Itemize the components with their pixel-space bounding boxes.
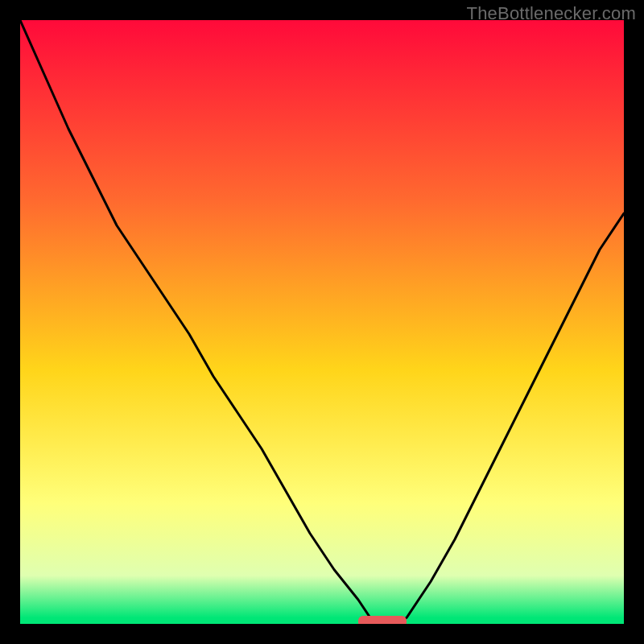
watermark-text: TheBottlenecker.com — [467, 3, 636, 24]
optimal-marker — [358, 616, 407, 624]
gradient-background — [20, 20, 624, 624]
bottleneck-chart — [20, 20, 624, 624]
chart-frame: TheBottlenecker.com — [0, 0, 644, 644]
